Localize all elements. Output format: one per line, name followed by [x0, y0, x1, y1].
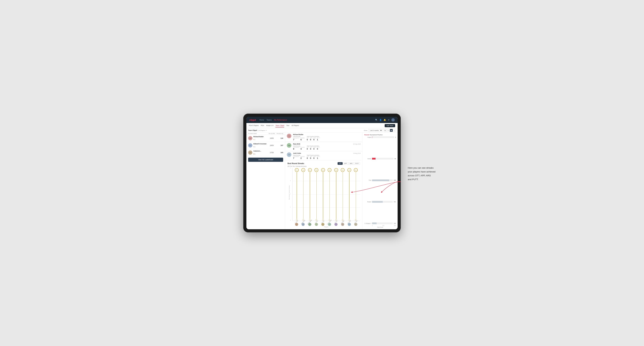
- player-label-col-c.-quick: C. Quick C: [353, 221, 358, 226]
- streak-col-e.-crossman: 4x: [328, 168, 332, 221]
- center-panel: RB Richard Butler Total Rounds Tournamen…: [285, 133, 362, 229]
- player-name-1: Richard Butler: [254, 136, 268, 138]
- streak-col-m.-miller: 4x: [341, 168, 344, 221]
- show-controls: Show Last 3 months ⊞ ≡ ▦ ↕: [364, 129, 396, 132]
- ott-stat: OTT 0: [307, 137, 309, 141]
- tournament-stat: Tournament 7: [293, 137, 299, 141]
- ott-label: OTT: [307, 137, 309, 139]
- show-label: Show: [364, 130, 367, 131]
- player-label-col-e.-elvert: E. Elvert E: [294, 221, 299, 226]
- rees-rounds: Total Rounds Tournament 8 Practice: [293, 145, 305, 150]
- streak-bubble: 6x: [301, 168, 305, 172]
- search-icon[interactable]: 🔍: [375, 119, 378, 121]
- chart-grid: 0 2 4 6 8: [292, 168, 360, 221]
- bar-row-bogeys: Bogeys 311: [364, 201, 396, 203]
- rees-date: 02 Sep 2023: [353, 143, 361, 145]
- bar-outer: [372, 179, 393, 181]
- view-full-leaderboard-button[interactable]: View Full Leaderboard: [248, 158, 283, 162]
- table-view-btn[interactable]: ↕: [393, 129, 396, 132]
- streak-line: [323, 172, 323, 219]
- player-avatar-2: EC: [248, 143, 252, 148]
- card-view-btn[interactable]: ▦: [390, 129, 393, 132]
- settings-icon[interactable]: ⚙: [388, 119, 390, 121]
- filter-app[interactable]: APP: [343, 162, 348, 165]
- player-label-col-d.-ford: D. Ford D: [334, 221, 338, 226]
- streak-bubble: 6x: [308, 168, 312, 172]
- rees-avatar: RB: [287, 143, 292, 148]
- subnav-pga[interactable]: PGA: [261, 124, 264, 127]
- top-player-area: RB Richard Butler Total Rounds Tournamen…: [285, 133, 362, 142]
- y-tick-0: 0: [290, 220, 291, 221]
- annotation-text: Here you can see streaksyour players hav…: [408, 166, 450, 181]
- x-axis-label: Players: [292, 226, 360, 227]
- streak-line: [336, 172, 336, 219]
- bottom-section: Best Round Streaks OTT APP ARG PUTT: [285, 161, 362, 229]
- subnav: PGAT Players PGA Hcaps 1-5 Team Clippd T…: [246, 123, 398, 128]
- left-panel: PLAYER NAME PB SCORE PB AVG SQ RB Richar…: [246, 133, 285, 229]
- josh-header: Josh Coles 26 Aug 2023: [293, 152, 361, 154]
- chart-subtitle: Off The Tee, Fairway Accuracy: [288, 166, 360, 167]
- subnav-team-clippd[interactable]: Team Clippd: [276, 124, 284, 127]
- bar-row-eagles: Eagles 3: [364, 136, 396, 138]
- edit-team-icon[interactable]: ✏: [266, 130, 267, 131]
- rees-rounds-row: Tournament 8 Practice 4: [293, 147, 305, 150]
- player-badge-1: ♥ 1: [254, 139, 255, 140]
- nav-my-performance[interactable]: My Performance: [274, 118, 287, 122]
- grid-view-btn[interactable]: ⊞: [384, 129, 386, 132]
- rees-activities-row: OTT 0 APP 0: [307, 147, 320, 150]
- practice-stat: Practice 6: [300, 137, 304, 141]
- player-row-2[interactable]: EC Edward Crossman ◆ 2 18/20 107: [246, 142, 285, 149]
- x-label-0: 0: [372, 225, 373, 226]
- streak-col-d.-ford: 4x: [334, 168, 338, 221]
- add-team-button[interactable]: Add Team: [385, 124, 395, 127]
- josh-rounds-row: Tournament 7 Practice 2: [293, 156, 305, 159]
- ott-val: 0: [307, 139, 309, 141]
- josh-activities: Total Practice Activities OTT 0 APP: [307, 155, 320, 159]
- subnav-tour[interactable]: Tour: [286, 124, 290, 127]
- y-axis-label: Best Streak, Fairway Accuracy: [289, 196, 290, 199]
- user-avatar[interactable]: U: [391, 118, 395, 122]
- chart-area: 0 2 4 6 8: [292, 168, 360, 227]
- app-label: APP: [310, 137, 312, 139]
- rees-stats: Total Rounds Tournament 8 Practice: [293, 145, 361, 150]
- arg-stat: ARG 0: [314, 137, 316, 141]
- rees-putt: PUTT 0: [317, 147, 320, 150]
- subnav-hcaps[interactable]: Hcaps 1-5: [266, 124, 273, 127]
- streak-bars-container: 7x 6x 6x 5x 5x 4x 4x 4x 3x 3x: [292, 168, 360, 221]
- tablet-frame: clippd Home Teams My Performance 🔍 👤 🔔 ⚙…: [243, 114, 401, 232]
- player-row-1[interactable]: RB Richard Butler ♥ 1 19/20 110: [246, 135, 285, 142]
- view-icons: ⊞ ≡ ▦ ↕: [384, 129, 396, 132]
- bar-fill: [372, 179, 389, 181]
- subnav-all-players[interactable]: All Players: [292, 124, 299, 127]
- bar-fill: [372, 136, 372, 138]
- josh-info: Josh Coles 26 Aug 2023 Total Rounds Tour…: [293, 152, 361, 159]
- player-count: | 14 Players: [258, 130, 265, 131]
- josh-activities-row: OTT 0 APP 0: [307, 156, 320, 159]
- filter-arg[interactable]: ARG: [348, 162, 354, 165]
- activities-row: OTT 0 APP 0: [307, 137, 320, 141]
- logo: clippd: [249, 119, 256, 121]
- period-select[interactable]: Last 3 months: [368, 129, 382, 132]
- bar-label: Birdies: [364, 158, 371, 159]
- list-view-btn[interactable]: ≡: [387, 129, 390, 132]
- subnav-links: PGAT Players PGA Hcaps 1-5 Team Clippd T…: [249, 124, 385, 127]
- col-player-name: PLAYER NAME: [248, 133, 268, 134]
- x-label-200: 200: [382, 225, 384, 226]
- filter-putt[interactable]: PUTT: [354, 162, 360, 165]
- josh-coles-card: JC Josh Coles 26 Aug 2023 Total Rounds: [285, 151, 362, 160]
- subnav-pgat[interactable]: PGAT Players: [249, 124, 259, 127]
- col-pb-score: PB SCORE: [268, 133, 276, 134]
- bar-label: Eagles: [364, 137, 371, 138]
- josh-putt: PUTT 1: [317, 156, 320, 159]
- josh-date: 26 Aug 2023: [353, 153, 361, 154]
- bar-outer: [372, 136, 394, 138]
- nav-home[interactable]: Home: [259, 118, 264, 122]
- player-row-3[interactable]: CA Cameron... ◆ 3 17/20 103: [246, 149, 285, 156]
- rees-britt-card: RB Rees Britt 02 Sep 2023 Total Rounds: [285, 142, 362, 151]
- practice-label: Practice: [300, 137, 304, 139]
- people-icon[interactable]: 👤: [380, 119, 382, 121]
- bell-icon[interactable]: 🔔: [384, 119, 386, 121]
- filter-ott[interactable]: OTT: [338, 162, 343, 165]
- rees-britt-content: RB Rees Britt 02 Sep 2023 Total Rounds: [287, 143, 361, 150]
- nav-teams[interactable]: Teams: [266, 118, 272, 122]
